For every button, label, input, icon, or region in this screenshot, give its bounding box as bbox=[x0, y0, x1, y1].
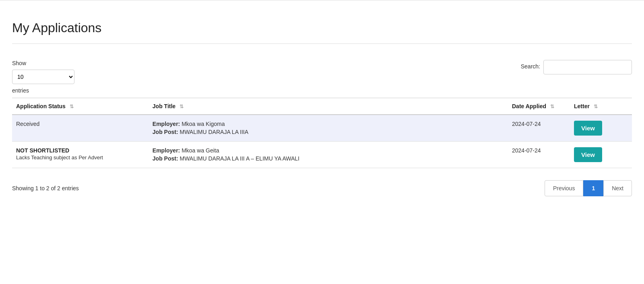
job-employer-1: Employer: Mkoa wa Kigoma bbox=[153, 121, 504, 127]
view-button-2[interactable]: View bbox=[574, 147, 602, 162]
employer-name-1: Mkoa wa Kigoma bbox=[182, 121, 225, 127]
job-post-2: Job Post: MWALIMU DARAJA LA III A – ELIM… bbox=[153, 155, 504, 162]
job-post-1: Job Post: MWALIMU DARAJA LA IIIA bbox=[153, 129, 504, 135]
job-employer-2: Employer: Mkoa wa Geita bbox=[153, 147, 504, 154]
sort-icon-status: ⇅ bbox=[70, 104, 74, 109]
status-reason-2: Lacks Teaching subject as Per Advert bbox=[16, 154, 144, 161]
view-button-1[interactable]: View bbox=[574, 121, 602, 136]
page-1-button[interactable]: 1 bbox=[583, 180, 603, 196]
employer-label-1: Employer: bbox=[153, 121, 180, 127]
entries-select[interactable]: 10 25 50 100 bbox=[12, 70, 74, 84]
sort-icon-letter: ⇅ bbox=[594, 104, 598, 109]
show-label: Show bbox=[12, 60, 74, 66]
next-button[interactable]: Next bbox=[603, 180, 632, 196]
page-title: My Applications bbox=[12, 21, 632, 35]
pagination: Previous 1 Next bbox=[545, 180, 632, 196]
job-cell-1: Employer: Mkoa wa Kigoma Job Post: MWALI… bbox=[149, 115, 508, 142]
top-border bbox=[0, 0, 644, 0]
employer-name-2: Mkoa wa Geita bbox=[182, 147, 219, 154]
search-label: Search: bbox=[521, 60, 540, 70]
search-area: Search: bbox=[521, 60, 632, 74]
job-post-value-1: MWALIMU DARAJA LA IIIA bbox=[180, 129, 248, 135]
status-value-2: NOT SHORTLISTED bbox=[16, 147, 144, 154]
sort-icon-date-applied: ⇅ bbox=[550, 104, 554, 109]
date-cell-1: 2024-07-24 bbox=[508, 115, 570, 142]
col-header-letter[interactable]: Letter ⇅ bbox=[570, 98, 632, 115]
table-row: NOT SHORTLISTED Lacks Teaching subject a… bbox=[12, 142, 632, 168]
job-post-label-1: Job Post: bbox=[153, 129, 178, 135]
entries-label: entries bbox=[12, 87, 74, 94]
status-cell-2: NOT SHORTLISTED Lacks Teaching subject a… bbox=[12, 142, 149, 168]
table-row: Received Employer: Mkoa wa Kigoma Job Po… bbox=[12, 115, 632, 142]
table-container: Application Status ⇅ Job Title ⇅ Date Ap… bbox=[0, 98, 644, 168]
applications-table: Application Status ⇅ Job Title ⇅ Date Ap… bbox=[12, 98, 632, 168]
previous-button[interactable]: Previous bbox=[545, 180, 583, 196]
date-cell-2: 2024-07-24 bbox=[508, 142, 570, 168]
col-header-status[interactable]: Application Status ⇅ bbox=[12, 98, 149, 115]
letter-cell-1: View bbox=[570, 115, 632, 142]
table-header-row: Application Status ⇅ Job Title ⇅ Date Ap… bbox=[12, 98, 632, 115]
job-cell-2: Employer: Mkoa wa Geita Job Post: MWALIM… bbox=[149, 142, 508, 168]
page-header: My Applications bbox=[0, 12, 644, 60]
letter-cell-2: View bbox=[570, 142, 632, 168]
date-value-1: 2024-07-24 bbox=[512, 121, 541, 127]
header-divider bbox=[12, 43, 632, 44]
sort-icon-job-title: ⇅ bbox=[180, 104, 184, 109]
date-value-2: 2024-07-24 bbox=[512, 147, 541, 154]
status-cell-1: Received bbox=[12, 115, 149, 142]
footer-row: Showing 1 to 2 of 2 entries Previous 1 N… bbox=[0, 172, 644, 204]
col-header-date-applied[interactable]: Date Applied ⇅ bbox=[508, 98, 570, 115]
search-input[interactable] bbox=[543, 60, 632, 74]
job-post-label-2: Job Post: bbox=[153, 155, 178, 162]
col-header-job-title[interactable]: Job Title ⇅ bbox=[149, 98, 508, 115]
showing-text: Showing 1 to 2 of 2 entries bbox=[12, 185, 79, 191]
job-post-value-2: MWALIMU DARAJA LA III A – ELIMU YA AWALI bbox=[180, 155, 299, 162]
show-entries-container: Show 10 25 50 100 entries bbox=[12, 60, 74, 94]
status-value-1: Received bbox=[16, 121, 39, 127]
controls-row: Show 10 25 50 100 entries Search: bbox=[0, 60, 644, 94]
employer-label-2: Employer: bbox=[153, 147, 180, 154]
